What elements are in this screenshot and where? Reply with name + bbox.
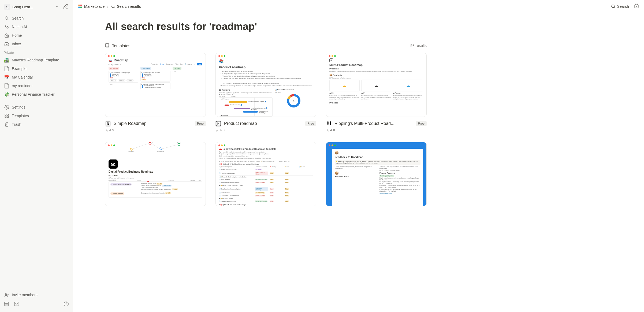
- svg-text:Marketing: Marketing: [157, 151, 164, 152]
- notion-icon: N: [105, 121, 111, 127]
- main: Marketplace / Search results Search All …: [73, 0, 644, 312]
- page-label: my reminder: [12, 84, 33, 88]
- sidebar-label: Notion AI: [12, 25, 27, 29]
- star-icon: ★: [105, 128, 109, 132]
- svg-point-2: [6, 107, 8, 108]
- help-icon[interactable]: [64, 301, 69, 308]
- sidebar-notion-ai[interactable]: Notion AI: [1, 23, 72, 31]
- templates-icon: [4, 113, 10, 119]
- sidebar-templates[interactable]: Templates: [1, 112, 72, 120]
- breadcrumb: Marketplace / Search results: [78, 4, 141, 9]
- template-thumbnail: ⊞ Multi-Product Roadmap Products Ripplin…: [326, 53, 427, 117]
- template-grid: 🚗 Roadmap ▸ By Status ▾ PropertiesGroupS…: [105, 53, 427, 206]
- invite-members[interactable]: Invite members: [1, 291, 72, 299]
- sidebar-label: Trash: [12, 122, 21, 127]
- svg-point-18: [612, 5, 615, 8]
- sidebar-label: Search: [12, 16, 24, 20]
- marketplace-icon: [78, 4, 83, 9]
- sidebar-search[interactable]: Search: [1, 14, 72, 22]
- result-count: 98 results: [410, 43, 427, 48]
- sidebar-home[interactable]: Home: [1, 31, 72, 39]
- svg-rect-22: [106, 44, 109, 47]
- sidebar-label: Home: [12, 33, 22, 38]
- svg-point-0: [5, 17, 8, 20]
- page-maven-roadmap[interactable]: 🛣️ Maven's Roadmap Template: [1, 56, 72, 64]
- gear-icon: [4, 104, 10, 110]
- svg-rect-4: [7, 114, 9, 115]
- sidebar-inbox[interactable]: Inbox: [1, 40, 72, 48]
- svg-rect-3: [5, 114, 6, 115]
- template-card-simple-roadmap[interactable]: 🚗 Roadmap ▸ By Status ▾ PropertiesGroupS…: [105, 53, 206, 132]
- card-rating: ★4.9: [105, 128, 206, 132]
- card-title: Simple Roadmap: [114, 121, 192, 126]
- sparkle-icon: [4, 24, 10, 30]
- breadcrumb-search-results[interactable]: Search results: [111, 4, 141, 9]
- svg-line-19: [614, 7, 615, 8]
- page-finance-tracker[interactable]: 💸 Personal Finance Tracker: [1, 90, 72, 98]
- mail-icon[interactable]: [14, 301, 19, 308]
- svg-line-17: [114, 7, 115, 8]
- template-card-product-roadmap[interactable]: 📚 Product roadmap This page contains two…: [215, 53, 316, 132]
- page-icon: [4, 66, 10, 72]
- page-my-calendar[interactable]: 📅 My Calendar: [1, 73, 72, 81]
- sidebar-settings[interactable]: Settings: [1, 103, 72, 111]
- price-badge: Free: [416, 121, 427, 126]
- page-emoji: 🛣️: [4, 58, 10, 63]
- template-thumbnail: Ideation Planning Marketing Sales Digita…: [105, 142, 206, 206]
- workspace-avatar: S: [4, 4, 10, 10]
- svg-text:Sales: Sales: [177, 142, 181, 144]
- top-search-button[interactable]: Search: [611, 4, 629, 9]
- calendar-icon[interactable]: 18: [4, 301, 9, 308]
- new-page-button[interactable]: [63, 4, 68, 10]
- breadcrumb-marketplace[interactable]: Marketplace: [78, 4, 105, 9]
- card-rating: ★4.8: [215, 128, 316, 132]
- page-label: Personal Finance Tracker: [12, 92, 55, 96]
- svg-rect-6: [7, 116, 9, 118]
- breadcrumb-label: Search results: [117, 4, 141, 9]
- user-plus-icon: [4, 292, 10, 298]
- svg-point-32: [160, 148, 162, 150]
- svg-point-30: [130, 148, 132, 150]
- svg-text:N: N: [217, 122, 219, 125]
- sidebar-label: Invite members: [12, 293, 38, 297]
- price-badge: Free: [195, 121, 206, 126]
- svg-rect-5: [5, 116, 6, 118]
- svg-line-29: [162, 144, 178, 149]
- sidebar-trash[interactable]: Trash: [1, 120, 72, 128]
- cart-button[interactable]: [634, 3, 639, 10]
- sidebar-label: Inbox: [12, 42, 21, 46]
- template-card-feedback[interactable]: 📦 Feedback to Roadmap 💡 Notion Tip: Clos…: [326, 142, 427, 206]
- sidebar-footer: 18: [0, 299, 73, 310]
- svg-point-16: [112, 5, 114, 8]
- workspace-switcher[interactable]: S Song Hear...: [2, 3, 70, 11]
- page-example[interactable]: Example: [1, 65, 72, 73]
- price-badge: Free: [305, 121, 316, 126]
- template-thumbnail: 📚 Product roadmap This page contains two…: [215, 53, 316, 117]
- svg-line-1: [8, 19, 8, 20]
- search-icon: [111, 4, 115, 9]
- trash-icon: [4, 121, 10, 127]
- search-icon: [611, 4, 616, 9]
- svg-text:N: N: [107, 122, 109, 125]
- svg-line-28: [151, 143, 159, 149]
- svg-point-33: [178, 143, 180, 146]
- page-my-reminder[interactable]: my reminder: [1, 82, 72, 90]
- card-title: Rippling's Multi-Product Road...: [334, 121, 413, 126]
- template-card-lenny[interactable]: 🚗 Lenny Rachitsky's Product Roadmap Temp…: [215, 142, 316, 206]
- page-label: Maven's Roadmap Template: [12, 58, 59, 62]
- star-icon: ★: [215, 128, 219, 132]
- home-icon: [4, 32, 10, 38]
- sidebar-label: Settings: [12, 105, 25, 109]
- svg-line-27: [131, 143, 149, 149]
- page-label: Example: [12, 66, 26, 71]
- template-card-rippling[interactable]: ⊞ Multi-Product Roadmap Products Ripplin…: [326, 53, 427, 132]
- svg-point-7: [5, 293, 7, 295]
- svg-point-31: [149, 142, 151, 144]
- template-card-digital-product[interactable]: Ideation Planning Marketing Sales Digita…: [105, 142, 206, 206]
- star-icon: ★: [326, 128, 329, 132]
- template-thumbnail: 🚗 Roadmap ▸ By Status ▾ PropertiesGroupS…: [105, 53, 206, 117]
- page-emoji: 💸: [4, 92, 10, 97]
- section-private-label: Private: [0, 48, 73, 56]
- top-search-label: Search: [617, 4, 629, 9]
- svg-text:Ideation: Ideation: [128, 151, 134, 152]
